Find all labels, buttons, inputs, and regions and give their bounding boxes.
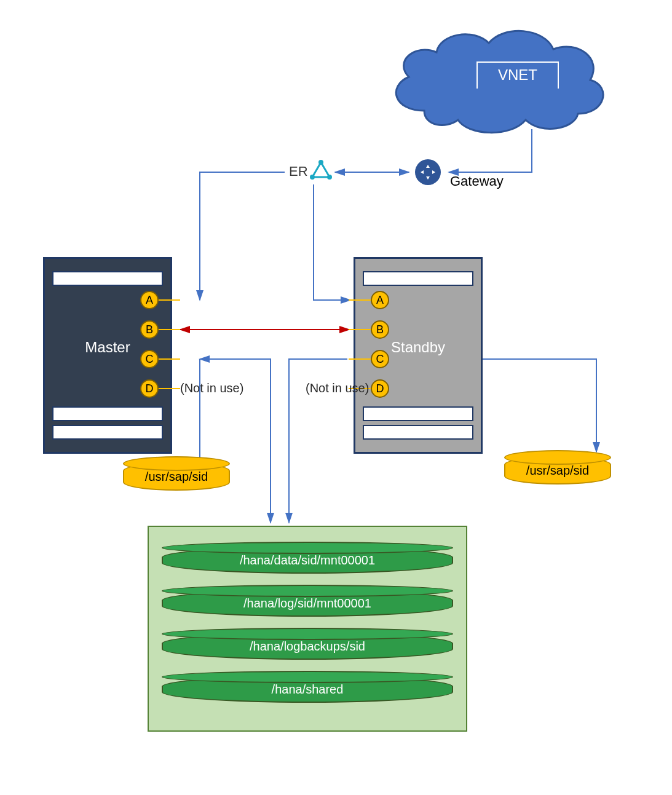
vnet-label-box: VNET (476, 61, 559, 89)
port-stub (158, 388, 180, 389)
architecture-diagram: VNET Gateway ER Master A B C D (Not in u… (0, 0, 672, 795)
shared-storage-pool: /hana/data/sid/mnt00001 /hana/log/sid/mn… (148, 526, 467, 732)
svg-point-2 (310, 175, 315, 180)
hana-disk: /hana/shared (162, 676, 453, 703)
server-slot (52, 271, 163, 286)
hana-disk: /hana/logbackups/sid (162, 633, 453, 660)
port-master-d-note: (Not in use) (180, 381, 243, 395)
port-stub (349, 299, 371, 301)
gateway-label: Gateway (450, 173, 504, 189)
port-stub (349, 358, 371, 360)
local-disk-standby: /usr/sap/sid (504, 456, 611, 485)
local-disk-master: /usr/sap/sid (123, 462, 230, 491)
server-slot (363, 271, 473, 286)
port-standby-c: C (371, 350, 389, 368)
port-master-c: C (140, 350, 159, 368)
port-stub (158, 358, 180, 360)
server-slot (363, 425, 473, 440)
server-slot (52, 406, 163, 421)
port-stub (158, 299, 180, 301)
er-label: ER (289, 164, 308, 180)
server-slot (363, 406, 473, 421)
svg-point-0 (318, 160, 323, 165)
port-standby-b: B (371, 320, 389, 339)
port-stub (158, 329, 180, 330)
port-master-a: A (140, 291, 159, 309)
gateway-icon (415, 159, 441, 185)
server-slot (52, 425, 163, 440)
port-standby-a: A (371, 291, 389, 309)
port-standby-d: D (371, 379, 389, 398)
port-master-b: B (140, 320, 159, 339)
hana-disk: /hana/data/sid/mnt00001 (162, 547, 453, 574)
svg-point-1 (327, 175, 332, 180)
hana-disk: /hana/log/sid/mnt00001 (162, 590, 453, 617)
port-stub (349, 329, 371, 330)
port-standby-d-note: (Not in use) (306, 381, 369, 395)
port-master-d: D (140, 379, 159, 398)
